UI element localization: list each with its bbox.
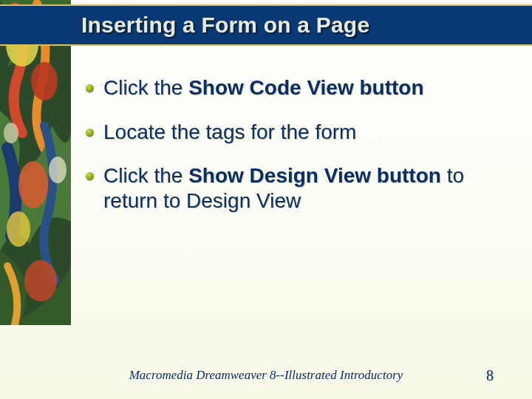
svg-point-4: [7, 211, 30, 247]
bullet-text-pre: Click the: [103, 76, 188, 99]
svg-point-7: [4, 123, 18, 143]
slide-title: Inserting a Form on a Page: [81, 13, 517, 38]
bullet-text-bold: Show Code View button: [188, 76, 423, 99]
svg-point-3: [18, 161, 48, 208]
bullet-text-pre: Locate the tags for the form: [103, 120, 356, 143]
bullet-item: Click the Show Design View button to ret…: [86, 163, 514, 213]
bullet-text-bold: Show Design View button: [188, 164, 441, 187]
bullet-item: Locate the tags for the form: [86, 120, 514, 145]
sidebar-decorative-art: [0, 0, 71, 325]
svg-point-2: [31, 62, 58, 100]
title-bar: Inserting a Form on a Page: [0, 4, 532, 46]
svg-point-6: [49, 157, 66, 183]
content-area: Click the Show Code View button Locate t…: [86, 75, 514, 232]
footer-text: Macromedia Dreamweaver 8--Illustrated In…: [0, 368, 532, 383]
page-number: 8: [486, 367, 494, 384]
bullet-item: Click the Show Code View button: [86, 75, 514, 100]
svg-point-5: [24, 260, 57, 301]
bullet-text-pre: Click the: [103, 164, 188, 187]
